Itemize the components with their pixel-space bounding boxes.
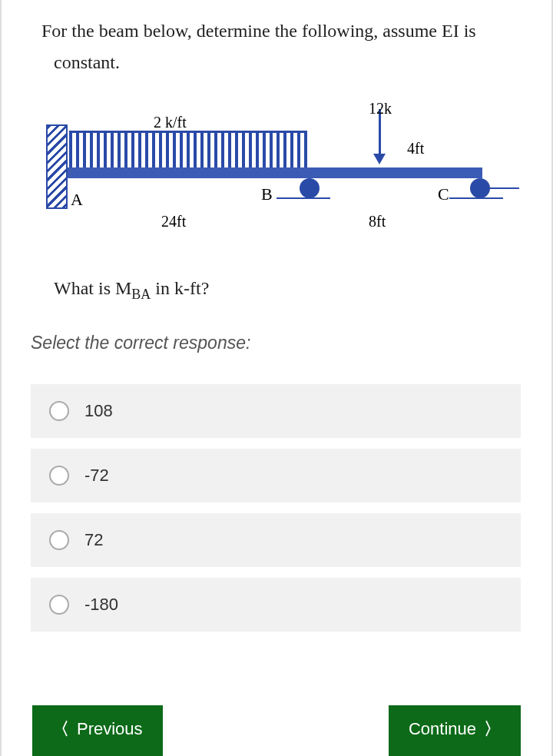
question-subscript: BA: [131, 286, 151, 301]
option-label: -72: [84, 466, 109, 486]
label-dist-load: 2 k/ft: [154, 114, 187, 131]
previous-label: Previous: [77, 719, 143, 739]
option-3[interactable]: -180: [31, 578, 521, 632]
ground-line-c: [449, 197, 503, 199]
nav-buttons: 〈 Previous Continue 〉: [32, 705, 521, 756]
label-point-load: 12k: [369, 100, 392, 118]
instruction-text: Select the correct response:: [31, 333, 521, 353]
label-point-b: B: [261, 184, 273, 204]
option-label: -180: [84, 595, 118, 615]
option-label: 108: [84, 401, 113, 421]
ground-line-b: [276, 197, 330, 199]
label-24ft: 24ft: [161, 213, 186, 230]
options-group: 108 -72 72 -180: [31, 384, 521, 632]
distributed-load-icon: [69, 131, 307, 167]
option-label: 72: [84, 530, 103, 550]
beam-diagram: 2 k/ft 12k 4ft A B C 24ft 8ft: [31, 101, 492, 255]
radio-icon: [49, 466, 69, 486]
extension-line: [482, 187, 519, 189]
radio-icon: [49, 401, 69, 421]
option-1[interactable]: -72: [31, 449, 521, 502]
option-2[interactable]: 72: [31, 513, 521, 567]
fixed-support-icon: [46, 124, 68, 209]
label-8ft: 8ft: [369, 213, 386, 230]
label-point-a: A: [71, 190, 83, 210]
question-suffix: in k-ft?: [151, 278, 209, 298]
chevron-left-icon: 〈: [52, 718, 69, 741]
continue-button[interactable]: Continue 〉: [389, 705, 521, 756]
question-prefix: What is M: [54, 278, 131, 298]
chevron-right-icon: 〉: [484, 718, 501, 741]
radio-icon: [49, 595, 69, 615]
label-4ft: 4ft: [407, 140, 424, 158]
question-text: What is MBA in k-ft?: [54, 278, 521, 303]
beam-icon: [68, 167, 482, 178]
continue-label: Continue: [409, 719, 476, 739]
previous-button[interactable]: 〈 Previous: [32, 705, 163, 756]
support-b-icon: [300, 178, 320, 198]
radio-icon: [49, 530, 69, 550]
label-point-c: C: [438, 184, 449, 204]
problem-statement: For the beam below, determine the follow…: [31, 15, 521, 78]
option-0[interactable]: 108: [31, 384, 521, 438]
